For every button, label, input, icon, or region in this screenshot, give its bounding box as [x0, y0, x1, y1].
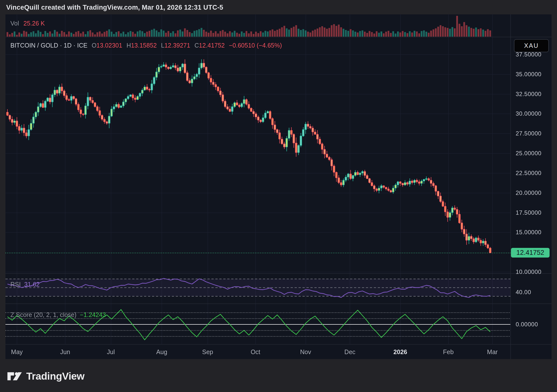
time-tick-label: Nov: [300, 348, 311, 356]
price-tick-label: 10.00000: [516, 268, 541, 275]
tradingview-logo-text: TradingView: [26, 370, 84, 382]
price-tick-label: 32.50000: [516, 91, 541, 98]
close-value: C12.41752: [194, 42, 225, 49]
chart-canvas[interactable]: [0, 0, 557, 392]
open-value: O13.02301: [92, 42, 122, 49]
rsi-legend[interactable]: RSI 31.62: [10, 281, 40, 288]
time-tick-label: Aug: [156, 348, 167, 356]
symbol-title: BITCOIN / GOLD · 1D · ICE: [10, 42, 87, 49]
volume-value: 25.26 K: [24, 20, 45, 27]
price-tick-label: 35.00000: [516, 71, 541, 78]
time-tick-label: Jun: [60, 348, 70, 356]
time-tick-label: Jul: [107, 348, 115, 356]
zscore-title: Z Score (20, 2, 1, close): [10, 311, 76, 318]
volume-legend: Vol 25.26 K: [10, 20, 45, 27]
last-price-badge: 12.41752: [511, 248, 550, 258]
rsi-value: 31.62: [24, 281, 40, 288]
change-value: −0.60510 (−4.65%): [229, 42, 282, 49]
high-value: H13.15852: [127, 42, 157, 49]
tradingview-logo[interactable]: TradingView: [7, 370, 84, 382]
price-tick-label: 37.50000: [516, 51, 541, 58]
price-tick-label: 15.00000: [516, 229, 541, 236]
symbol-legend[interactable]: BITCOIN / GOLD · 1D · ICE O13.02301 H13.…: [10, 42, 282, 49]
rsi-axis-tick: 40.00: [516, 289, 531, 296]
price-tick-label: 25.00000: [516, 150, 541, 157]
time-tick-label: 2026: [393, 348, 407, 356]
zscore-value: −1.24243: [80, 311, 106, 318]
price-tick-label: 22.50000: [516, 170, 541, 177]
zscore-legend[interactable]: Z Score (20, 2, 1, close) −1.24243: [10, 311, 106, 318]
zscore-axis-tick: 0.00000: [516, 321, 538, 328]
time-tick-label: Oct: [251, 348, 260, 356]
price-scale-currency-button[interactable]: XAU: [514, 39, 549, 52]
price-tick-label: 17.50000: [516, 209, 541, 216]
time-tick-label: Sep: [202, 348, 213, 356]
header-credit: VinceQuill created with TradingView.com,…: [6, 4, 223, 11]
time-tick-label: Dec: [344, 348, 355, 356]
price-tick-label: 30.00000: [516, 110, 541, 117]
price-tick-label: 20.00000: [516, 189, 541, 196]
tradingview-logo-icon: [7, 372, 22, 380]
tradingview-chart-page: VinceQuill created with TradingView.com,…: [0, 0, 557, 392]
time-tick-label: Feb: [443, 348, 454, 356]
price-tick-label: 27.50000: [516, 130, 541, 137]
volume-label: Vol: [10, 20, 19, 27]
time-tick-label: Mar: [487, 348, 498, 356]
low-value: L12.39271: [161, 42, 190, 49]
time-tick-label: May: [11, 348, 23, 356]
rsi-title: RSI: [10, 281, 21, 288]
